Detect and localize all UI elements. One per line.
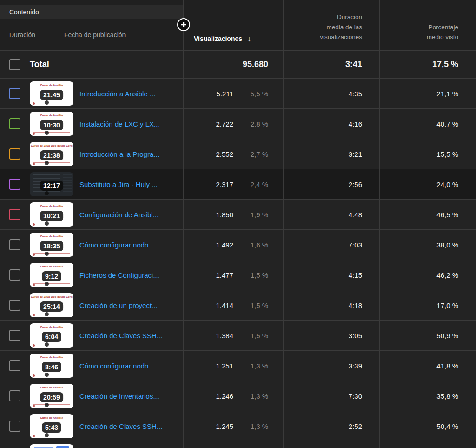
row-checkbox[interactable] <box>9 421 20 432</box>
video-thumbnail[interactable]: Curso de Ansible 18:35 <box>30 233 73 257</box>
video-thumbnail[interactable]: Curso de Ansible 5:43 <box>30 414 73 438</box>
video-title-link[interactable]: Cómo configurar nodo ... <box>73 241 184 249</box>
video-thumbnail[interactable]: Curso de Java Web desde Cero 25:14 <box>30 293 73 317</box>
column-header-avg-duration[interactable]: Duración media de las visualizaciones <box>284 0 380 50</box>
thumbnail-title-text: Curso de Ansible <box>30 84 73 87</box>
avg-percentage-value: 46,5 % <box>380 211 476 219</box>
video-title-link[interactable]: Substituto a Jira - Huly ... <box>73 181 184 188</box>
avg-duration-value: 2:56 <box>284 181 380 188</box>
row-checkbox[interactable] <box>9 300 20 311</box>
avg-percentage-value: 35,8 % <box>380 392 476 400</box>
video-thumbnail[interactable]: Curso de Ansible 8:46 <box>30 354 73 378</box>
thumbnail-title-text: Curso de Java Web desde Cero <box>30 144 73 147</box>
video-title-link[interactable]: Configuración de Ansibl... <box>73 211 184 219</box>
video-duration-badge: 6:04 <box>42 332 61 342</box>
views-value: 2.722 <box>184 120 233 128</box>
table-row: Curso de Ansible 6:04 Creación de Claves… <box>0 320 476 350</box>
views-cell: 2.722 2,8 % <box>184 120 284 128</box>
video-rows: Curso de Ansible 21:45 Introducción a An… <box>0 78 476 441</box>
avg-duration-value: 3:05 <box>284 332 380 340</box>
views-share-value: 1,3 % <box>233 362 268 370</box>
thumbnail-logo <box>33 133 35 135</box>
row-checkbox-cell <box>0 179 30 190</box>
video-thumbnail[interactable]: Curso de Ansible 6:04 <box>30 323 73 348</box>
video-thumbnail[interactable]: Curso de Ansible 20:59 <box>30 384 73 408</box>
filter-duration[interactable]: Duración <box>0 19 55 50</box>
views-share-value: 1,3 % <box>233 392 268 400</box>
thumbnail-title-text: Curso de Ansible <box>30 265 73 268</box>
video-title-link[interactable]: Creación de Inventarios... <box>73 392 184 400</box>
thumbnail-title-text: Curso de Java Web desde Cero <box>30 295 73 298</box>
row-checkbox[interactable] <box>9 118 20 129</box>
table-row: Curso de Ansible 8:46 Cómo configurar no… <box>0 350 476 381</box>
video-duration-badge: 10:21 <box>40 211 63 221</box>
row-checkbox[interactable] <box>9 330 20 341</box>
views-share-value: 1,5 % <box>233 332 268 340</box>
avg-percentage-value: 15,5 % <box>380 150 476 158</box>
thumbnail-title-text: Curso de Ansible <box>30 356 73 359</box>
row-checkbox[interactable] <box>9 148 20 160</box>
thumbnail-cell: Curso de Ansible 10:30 <box>30 112 73 136</box>
row-checkbox[interactable] <box>9 179 20 190</box>
views-share-value: 1,5 % <box>233 301 268 309</box>
row-checkbox[interactable] <box>9 269 20 281</box>
column-header-avg-percentage[interactable]: Porcentaje medio visto <box>380 0 476 50</box>
thumbnail-dot <box>45 161 49 165</box>
thumbnail-title-text: Curso de Ansible <box>30 235 73 238</box>
video-title-link[interactable]: Instalación de LXC y LX... <box>73 120 184 128</box>
views-value: 1.477 <box>184 271 233 279</box>
avg-duration-value: 3:21 <box>284 150 380 158</box>
column-header-views[interactable]: Visualizaciones ↓ <box>184 0 284 50</box>
thumbnail-rule <box>33 132 70 133</box>
video-thumbnail[interactable]: Curso de Ansible 21:45 <box>30 81 73 106</box>
column-divider <box>183 0 184 448</box>
thumbnail-cell: Curso de Ansible 9:12 <box>30 263 73 287</box>
table-row: Curso de Ansible 18:35 Cómo configurar n… <box>0 229 476 260</box>
views-value: 5.211 <box>184 90 233 98</box>
video-title-link[interactable]: Creación de un proyect... <box>73 301 184 309</box>
row-checkbox[interactable] <box>9 390 20 401</box>
video-thumbnail[interactable]: Curso de Ansible 10:21 <box>30 202 73 227</box>
video-title-link[interactable]: Creación de Claves SSH... <box>73 332 184 340</box>
table-row: Curso de Ansible 20:59 Creación de Inven… <box>0 381 476 411</box>
row-checkbox[interactable] <box>9 239 20 250</box>
table-row: Curso de Ansible 9:12 Ficheros de Config… <box>0 260 476 290</box>
views-column-label: Visualizaciones <box>194 35 242 42</box>
video-title-link[interactable]: Cómo configurar nodo ... <box>73 362 184 370</box>
total-row: Total 95.680 3:41 17,5 % <box>0 50 476 78</box>
thumbnail-title-text: Curso de Ansible <box>30 326 73 328</box>
thumbnail-rule <box>33 283 70 284</box>
total-views-cell: 95.680 <box>184 60 284 69</box>
thumbnail-cell: Curso de Ansible 6:04 <box>30 323 73 348</box>
video-thumbnail[interactable]: Curso de Ansible 10:30 <box>30 112 73 136</box>
total-checkbox[interactable] <box>9 59 20 70</box>
total-avg-duration-value: 3:41 <box>284 60 380 69</box>
video-title-link[interactable]: Ficheros de Configuraci... <box>73 271 184 279</box>
avg-percentage-value: 50,9 % <box>380 332 476 340</box>
video-thumbnail[interactable]: 12:17 <box>30 172 73 196</box>
row-checkbox[interactable] <box>9 209 20 220</box>
row-checkbox[interactable] <box>9 88 20 99</box>
video-thumbnail[interactable]: Curso de Java Web desde Cero 21:38 <box>30 142 73 166</box>
row-checkbox-cell <box>0 88 30 99</box>
plus-circle-icon <box>180 21 187 28</box>
video-title-link[interactable]: Creación de Claves SSH... <box>73 422 184 430</box>
video-duration-badge: 21:38 <box>40 150 63 160</box>
thumbnail-cell: Curso de Java Web desde Cero 25:14 <box>30 293 73 317</box>
thumbnail-rule <box>33 253 70 254</box>
views-cell: 2.317 2,4 % <box>184 181 284 188</box>
views-cell: 2.552 2,7 % <box>184 150 284 158</box>
row-checkbox[interactable] <box>9 360 20 371</box>
avg-duration-value: 7:30 <box>284 392 380 400</box>
video-title-link[interactable]: Introducción a la Progra... <box>73 150 184 158</box>
video-thumbnail[interactable] <box>30 444 73 448</box>
filter-publish-date[interactable]: Fecha de publicación <box>55 19 126 50</box>
video-title-link[interactable]: Introducción a Ansible ... <box>73 90 184 98</box>
video-thumbnail[interactable]: Curso de Ansible 9:12 <box>30 263 73 287</box>
views-share-value: 5,5 % <box>233 90 268 98</box>
add-metric-button[interactable] <box>177 18 190 31</box>
thumbnail-title-text: Curso de Ansible <box>30 114 73 117</box>
thumbnail-cell: Curso de Java Web desde Cero 21:38 <box>30 142 73 166</box>
thumbnail-logo <box>33 435 35 437</box>
thumbnail-dot <box>45 221 49 226</box>
